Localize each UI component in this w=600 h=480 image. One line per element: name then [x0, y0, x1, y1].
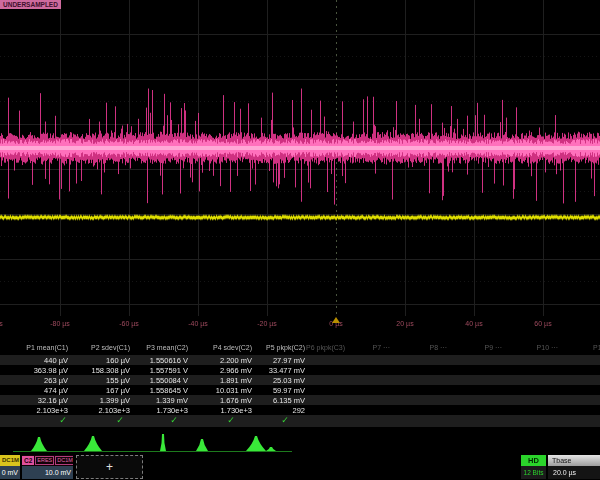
- param-value-cell: 1.550084 V: [150, 376, 188, 385]
- param-value-cell: 155 µV: [106, 376, 130, 385]
- param-value-cell: 1.557591 V: [150, 366, 188, 375]
- table-row: 32.16 µV1.399 µV1.339 mV1.676 mV6.135 mV: [0, 395, 600, 405]
- time-axis-label: -60 µs: [119, 320, 139, 327]
- param-value-cell: 158.308 µV: [91, 366, 130, 375]
- param-header[interactable]: P7 ···: [373, 344, 391, 351]
- param-status-check-icon: ✓: [281, 415, 289, 425]
- channel1-descriptor[interactable]: DC1M 0 mV: [0, 455, 20, 479]
- param-value-cell: 2.103e+3: [99, 406, 131, 415]
- table-row: 440 µV160 µV1.550616 V2.200 mV27.97 mV: [0, 355, 600, 365]
- param-value-cell: 1.339 mV: [156, 396, 188, 405]
- table-row: 2.103e+32.103e+31.730e+31.730e+3292: [0, 405, 600, 415]
- param-value-cell: 2.103e+3: [37, 406, 69, 415]
- hd-label: HD: [521, 455, 546, 466]
- trigger-position-marker[interactable]: [332, 317, 340, 323]
- add-trace-button[interactable]: +: [76, 455, 143, 479]
- param-header[interactable]: P4 sdev(C2): [213, 344, 252, 351]
- param-status-check-icon: ✓: [59, 415, 67, 425]
- param-value-cell: 2.966 mV: [220, 366, 252, 375]
- param-value-cell: 1.558645 V: [150, 386, 188, 395]
- table-row: 263 µV155 µV1.550084 V1.891 mV25.03 mV: [0, 375, 600, 385]
- param-header[interactable]: P6 pkpk(C3): [306, 344, 345, 351]
- table-row: 474 µV167 µV1.558645 V10.031 mV59.97 mV: [0, 385, 600, 395]
- param-value-cell: 292: [292, 406, 305, 415]
- measurement-table: P1 mean(C1)P2 sdev(C1)P3 mean(C2)P4 sdev…: [0, 343, 600, 427]
- hd-mode-badge[interactable]: HD 12 Bits: [521, 455, 546, 479]
- param-value-cell: 10.031 mV: [216, 386, 252, 395]
- param-value-cell: 363.98 µV: [34, 366, 68, 375]
- param-value-cell: 6.135 mV: [273, 396, 305, 405]
- channel2-eres-chip: ERES: [35, 456, 54, 465]
- channel2-descriptor[interactable]: C2 ERES DC1M 10.0 mV: [22, 455, 73, 479]
- timebase-descriptor[interactable]: Tbase 20.0 µs: [548, 455, 600, 479]
- param-header[interactable]: P2 sdev(C1): [91, 344, 130, 351]
- timebase-value: 20.0 µs: [548, 466, 600, 479]
- param-value-cell: 32.16 µV: [38, 396, 68, 405]
- param-value-cell: 1.730e+3: [157, 406, 189, 415]
- time-axis-label: 40 µs: [465, 320, 482, 327]
- param-value-cell: 1.550616 V: [150, 356, 188, 365]
- time-axis-label: -20 µs: [257, 320, 277, 327]
- channel2-scale-value: 10.0 mV: [22, 466, 73, 479]
- table-row: P1 mean(C1)P2 sdev(C1)P3 mean(C2)P4 sdev…: [0, 343, 600, 355]
- param-value-cell: 27.97 mV: [273, 356, 305, 365]
- hd-bits-label: 12 Bits: [521, 466, 546, 479]
- param-value-cell: 33.477 mV: [269, 366, 305, 375]
- param-value-cell: 1.676 mV: [220, 396, 252, 405]
- param-value-cell: 263 µV: [44, 376, 68, 385]
- channel1-coupling-label: DC1M: [0, 455, 20, 466]
- param-value-cell: 25.03 mV: [273, 376, 305, 385]
- time-axis-label: -40 µs: [188, 320, 208, 327]
- param-header[interactable]: P1 mean(C1): [26, 344, 68, 351]
- param-value-cell: 1.399 µV: [100, 396, 130, 405]
- param-value-cell: 160 µV: [106, 356, 130, 365]
- param-value-cell: 1.891 mV: [220, 376, 252, 385]
- channel1-scale-value: 0 mV: [0, 466, 20, 479]
- param-value-cell: 1.730e+3: [221, 406, 253, 415]
- oscilloscope-screen: UNDERSAMPLED -100 µs-80 µs-60 µs-40 µs-2…: [0, 0, 600, 480]
- timebase-label: Tbase: [548, 455, 600, 466]
- param-status-check-icon: ✓: [116, 415, 124, 425]
- param-value-cell: 59.97 mV: [273, 386, 305, 395]
- channel2-label: C2: [22, 456, 34, 465]
- param-status-check-icon: ✓: [227, 415, 235, 425]
- time-axis-label: 60 µs: [534, 320, 551, 327]
- param-header[interactable]: P5 pkpk(C2): [266, 344, 305, 351]
- param-status-check-icon: ✓: [170, 415, 178, 425]
- time-axis-label: 20 µs: [396, 320, 413, 327]
- time-axis: -100 µs-80 µs-60 µs-40 µs-20 µs0 µs20 µs…: [0, 319, 600, 332]
- param-value-cell: 167 µV: [106, 386, 130, 395]
- undersampled-badge: UNDERSAMPLED: [0, 0, 61, 9]
- param-value-cell: 474 µV: [44, 386, 68, 395]
- param-header[interactable]: P3 mean(C2): [146, 344, 188, 351]
- channel2-coupling-chip: DC1M: [55, 456, 73, 465]
- param-value-cell: 2.200 mV: [220, 356, 252, 365]
- table-row: 363.98 µV158.308 µV1.557591 V2.966 mV33.…: [0, 365, 600, 375]
- param-value-cell: 440 µV: [44, 356, 68, 365]
- table-row: ✓✓✓✓✓: [0, 415, 600, 427]
- time-axis-label: -80 µs: [50, 320, 70, 327]
- param-header[interactable]: P9 ···: [485, 344, 503, 351]
- param-header[interactable]: P8 ···: [430, 344, 448, 351]
- time-axis-label: -100 µs: [0, 320, 3, 327]
- param-header[interactable]: P11: [593, 344, 600, 351]
- param-header[interactable]: P10 ···: [537, 344, 558, 351]
